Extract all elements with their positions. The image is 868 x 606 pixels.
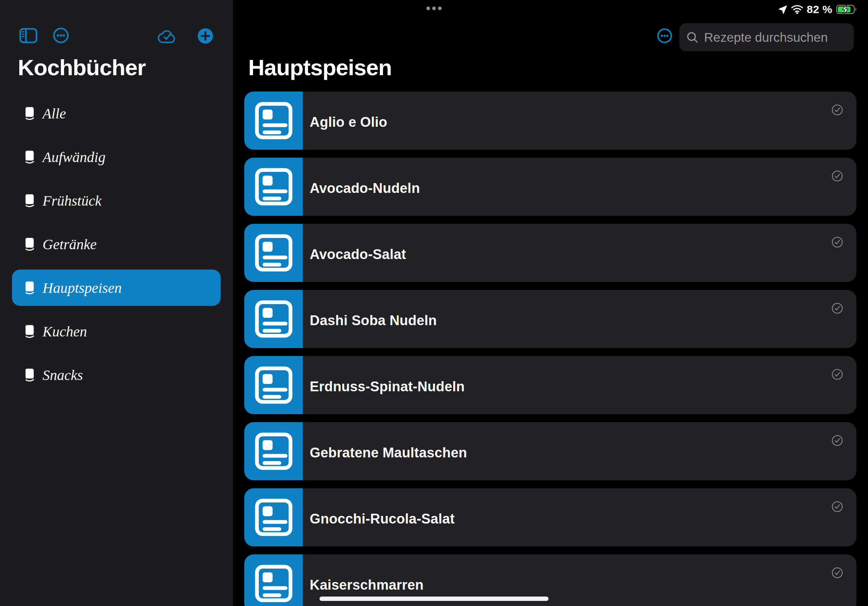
recipe-thumbnail-plate xyxy=(244,422,303,480)
cloud-sync-icon[interactable] xyxy=(157,29,177,45)
multitasking-dots-icon[interactable] xyxy=(426,6,442,10)
sidebar-item-label: Hauptspeisen xyxy=(42,279,122,297)
sidebar-item-label: Kuchen xyxy=(42,323,87,340)
recipe-title: Erdnuss-Spinat-Nudeln xyxy=(310,356,465,414)
recipe-card-icon xyxy=(253,232,294,274)
sidebar-item-label: Aufwändig xyxy=(42,148,105,166)
synced-check-icon xyxy=(832,237,843,248)
book-icon xyxy=(24,150,35,164)
synced-check-icon xyxy=(832,567,843,578)
sidebar: Kochbücher Alle Aufwändig Frühstück Getr… xyxy=(0,0,233,606)
recipe-title: Gebratene Maultaschen xyxy=(310,422,467,480)
search-input[interactable] xyxy=(703,30,868,45)
synced-check-icon xyxy=(832,369,843,380)
sidebar-item-hauptspeisen[interactable]: Hauptspeisen xyxy=(12,270,221,306)
recipe-thumbnail-plate xyxy=(244,158,303,216)
recipe-row[interactable]: Gnocchi-Rucola-Salat xyxy=(244,488,856,546)
sidebar-item-aufwaendig[interactable]: Aufwändig xyxy=(12,139,221,175)
sidebar-item-alle[interactable]: Alle xyxy=(12,95,221,131)
sidebar-item-getraenke[interactable]: Getränke xyxy=(12,226,221,262)
recipe-title: Dashi Soba Nudeln xyxy=(310,290,437,348)
recipe-card-icon xyxy=(253,365,294,406)
synced-check-icon xyxy=(832,435,843,446)
book-icon xyxy=(24,281,35,295)
location-arrow-icon xyxy=(778,5,787,14)
recipes-more-button[interactable] xyxy=(657,28,672,45)
synced-check-icon xyxy=(832,170,843,182)
sidebar-item-label: Alle xyxy=(42,105,66,122)
recipe-title: Aglio e Olio xyxy=(310,91,388,150)
recipe-row[interactable]: Dashi Soba Nudeln xyxy=(244,290,856,348)
recipe-thumbnail-plate xyxy=(244,554,303,606)
book-icon xyxy=(24,194,35,207)
home-indicator[interactable] xyxy=(319,597,549,601)
recipe-thumbnail-plate xyxy=(244,290,303,348)
synced-check-icon xyxy=(832,104,843,116)
synced-check-icon xyxy=(832,501,843,512)
recipe-title: Avocado-Nudeln xyxy=(310,158,420,216)
recipe-card-icon xyxy=(253,298,294,340)
recipe-thumbnail-plate xyxy=(244,488,303,546)
sidebar-item-snacks[interactable]: Snacks xyxy=(12,357,221,393)
sidebar-item-label: Getränke xyxy=(42,236,97,253)
sidebar-more-button[interactable] xyxy=(53,28,69,45)
book-icon xyxy=(24,237,35,251)
page-title: Hauptspeisen xyxy=(248,54,392,80)
toggle-sidebar-button[interactable] xyxy=(19,28,37,45)
search-field[interactable] xyxy=(679,23,854,51)
recipe-title: Avocado-Salat xyxy=(310,224,406,282)
recipe-card-icon xyxy=(253,166,294,207)
recipe-row[interactable]: Erdnuss-Spinat-Nudeln xyxy=(244,356,856,414)
battery-percent: 82 % xyxy=(807,3,832,15)
sidebar-item-label: Frühstück xyxy=(42,192,101,209)
book-icon xyxy=(24,368,35,382)
recipe-row[interactable]: Avocado-Nudeln xyxy=(244,158,856,216)
synced-check-icon xyxy=(832,303,843,314)
recipe-card-icon xyxy=(253,431,294,472)
battery-charging-icon xyxy=(836,4,858,15)
book-icon xyxy=(24,325,35,338)
recipe-row[interactable]: Gebratene Maultaschen xyxy=(244,422,856,480)
recipe-card-icon xyxy=(253,563,294,604)
recipe-thumbnail-plate xyxy=(244,91,303,150)
recipe-row[interactable]: Aglio e Olio xyxy=(244,91,856,150)
recipe-row[interactable]: Avocado-Salat xyxy=(244,224,856,282)
wifi-icon xyxy=(791,5,803,14)
sidebar-item-fruehstueck[interactable]: Frühstück xyxy=(12,182,221,219)
recipe-card-icon xyxy=(253,497,294,538)
sidebar-title: Kochbücher xyxy=(18,54,146,80)
sidebar-item-kuchen[interactable]: Kuchen xyxy=(12,313,221,349)
add-cookbook-button[interactable] xyxy=(197,28,213,45)
recipe-card-icon xyxy=(253,100,294,141)
book-icon xyxy=(24,107,35,120)
sidebar-item-label: Snacks xyxy=(42,366,83,383)
recipe-thumbnail-plate xyxy=(244,356,303,414)
status-bar: 82 % xyxy=(778,3,858,16)
app-screen: 82 % xyxy=(0,0,868,606)
recipe-title: Gnocchi-Rucola-Salat xyxy=(310,488,455,546)
search-icon xyxy=(686,31,699,44)
recipe-thumbnail-plate xyxy=(244,224,303,282)
